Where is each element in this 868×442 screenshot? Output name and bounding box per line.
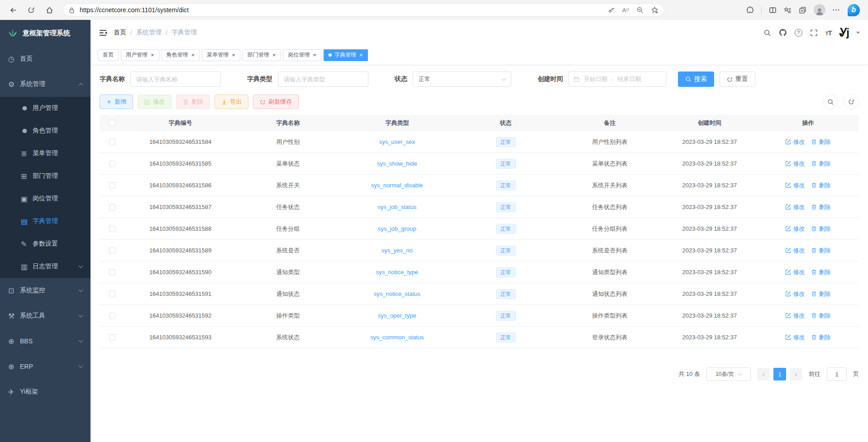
- date-range-picker[interactable]: 开始日期 - 结束日期: [568, 71, 666, 87]
- tab-close-icon[interactable]: ×: [359, 52, 363, 58]
- tab-close-icon[interactable]: ×: [232, 52, 235, 58]
- tab-close-icon[interactable]: ×: [272, 52, 276, 58]
- refresh-cache-button[interactable]: 刷新缓存: [253, 95, 299, 109]
- help-icon[interactable]: ?: [795, 29, 802, 37]
- edit-button[interactable]: 修改: [138, 95, 172, 109]
- dict-type-link[interactable]: sys_show_hide: [377, 160, 417, 167]
- row-edit-link[interactable]: 修改: [785, 312, 805, 320]
- nav-tab[interactable]: 字典管理 ×: [324, 49, 368, 61]
- dict-type-link[interactable]: sys_oper_type: [378, 312, 416, 319]
- nav-tab[interactable]: 菜单管理 ×: [202, 49, 240, 61]
- current-page-button[interactable]: 1: [773, 368, 786, 380]
- tab-close-icon[interactable]: ×: [313, 52, 316, 58]
- bing-chat-icon[interactable]: b: [848, 4, 860, 16]
- fullscreen-icon[interactable]: [810, 29, 818, 37]
- zoom-out-icon[interactable]: [636, 6, 644, 14]
- row-checkbox[interactable]: [109, 139, 115, 145]
- select-all-checkbox[interactable]: [109, 120, 115, 126]
- header-search-icon[interactable]: [763, 29, 771, 37]
- prev-page-button[interactable]: ‹: [757, 368, 770, 380]
- row-checkbox[interactable]: [109, 313, 115, 319]
- tab-close-icon[interactable]: ×: [151, 52, 154, 58]
- dict-type-link[interactable]: sys_job_group: [378, 225, 416, 232]
- row-checkbox[interactable]: [109, 204, 115, 210]
- row-edit-link[interactable]: 修改: [785, 181, 805, 190]
- dict-type-link[interactable]: sys_common_status: [370, 334, 424, 341]
- row-delete-link[interactable]: 删除: [811, 225, 830, 233]
- row-edit-link[interactable]: 修改: [785, 225, 805, 233]
- dict-type-input[interactable]: [278, 71, 368, 87]
- sidebar-collapse-icon[interactable]: [99, 29, 107, 37]
- row-edit-link[interactable]: 修改: [785, 333, 805, 342]
- tab-close-icon[interactable]: ×: [191, 52, 195, 58]
- dict-type-link[interactable]: sys_user_sex: [379, 138, 415, 145]
- sidebar-item[interactable]: ⚙ 系统管理: [0, 71, 91, 97]
- row-delete-link[interactable]: 删除: [811, 160, 830, 168]
- search-button[interactable]: 搜索: [678, 71, 714, 87]
- read-aloud-icon[interactable]: A⁾⁾: [622, 7, 629, 14]
- sidebar-item[interactable]: ◷ 首页: [0, 46, 91, 71]
- row-edit-link[interactable]: 修改: [785, 290, 805, 298]
- row-delete-link[interactable]: 删除: [811, 138, 830, 146]
- row-delete-link[interactable]: 删除: [811, 181, 830, 190]
- row-delete-link[interactable]: 删除: [811, 333, 830, 342]
- sidebar-item[interactable]: ✈ Yi框架: [0, 379, 91, 404]
- sidebar-item[interactable]: ▤ 字典管理: [0, 210, 91, 233]
- github-icon[interactable]: [779, 29, 787, 37]
- split-screen-icon[interactable]: [769, 6, 777, 14]
- user-avatar[interactable]: Ꮍj: [839, 27, 849, 38]
- row-delete-link[interactable]: 删除: [811, 290, 830, 298]
- browser-back-button[interactable]: [6, 3, 20, 17]
- sidebar-item[interactable]: ⊡ 系统监控: [0, 278, 91, 303]
- next-page-button[interactable]: ›: [790, 368, 802, 380]
- user-menu-caret-icon[interactable]: [856, 32, 860, 34]
- breadcrumb-home[interactable]: 首页: [114, 29, 126, 37]
- row-edit-link[interactable]: 修改: [785, 268, 805, 276]
- row-checkbox[interactable]: [109, 247, 115, 254]
- favorites-icon[interactable]: [784, 6, 792, 14]
- row-delete-link[interactable]: 删除: [811, 312, 830, 320]
- dict-type-link[interactable]: sys_notice_type: [376, 269, 418, 276]
- end-date-placeholder[interactable]: 结束日期: [617, 75, 641, 83]
- row-checkbox[interactable]: [109, 334, 115, 341]
- row-edit-link[interactable]: 修改: [785, 203, 805, 211]
- sidebar-item[interactable]: ⊞ 部门管理: [0, 165, 91, 187]
- sidebar-item[interactable]: ☻ 角色管理: [0, 119, 91, 142]
- extensions-puzzle-icon[interactable]: [746, 6, 754, 14]
- sidebar-item[interactable]: ≣ 菜单管理: [0, 142, 91, 165]
- row-checkbox[interactable]: [109, 291, 115, 297]
- reset-button[interactable]: 重置: [720, 71, 755, 87]
- sidebar-item[interactable]: ▣ 岗位管理: [0, 187, 91, 210]
- start-date-placeholder[interactable]: 开始日期: [584, 75, 607, 83]
- nav-tab[interactable]: 首页 ×: [98, 49, 119, 61]
- url-text[interactable]: https://ccnetcore.com:1101/system/dict: [80, 6, 603, 14]
- sidebar-item[interactable]: ☻ 用户管理: [0, 97, 91, 119]
- collections-icon[interactable]: [799, 6, 806, 14]
- show-search-toggle-button[interactable]: [823, 94, 838, 109]
- breadcrumb-system[interactable]: 系统管理: [136, 29, 162, 37]
- nav-tab[interactable]: 角色管理 ×: [162, 49, 200, 61]
- dict-type-link[interactable]: sys_normal_disable: [371, 182, 423, 189]
- address-bar[interactable]: https://ccnetcore.com:1101/system/dict A…: [62, 3, 664, 17]
- row-checkbox[interactable]: [109, 269, 115, 276]
- nav-tab[interactable]: 部门管理 ×: [243, 49, 281, 61]
- password-key-icon[interactable]: [608, 6, 615, 14]
- dict-type-link[interactable]: sys_notice_status: [374, 290, 420, 297]
- goto-page-input[interactable]: [827, 367, 847, 381]
- dict-type-link[interactable]: sys_yes_no: [382, 247, 413, 254]
- sidebar-item[interactable]: ✎ 参数设置: [0, 233, 91, 255]
- row-edit-link[interactable]: 修改: [785, 138, 805, 146]
- row-delete-link[interactable]: 删除: [811, 203, 830, 211]
- row-checkbox[interactable]: [109, 182, 115, 189]
- browser-profile-avatar[interactable]: [814, 4, 825, 16]
- row-delete-link[interactable]: 删除: [811, 268, 830, 276]
- add-favorite-star-icon[interactable]: [651, 6, 658, 14]
- browser-settings-menu-icon[interactable]: ···: [833, 6, 840, 14]
- dict-type-link[interactable]: sys_job_status: [377, 204, 416, 210]
- row-edit-link[interactable]: 修改: [785, 160, 805, 168]
- row-edit-link[interactable]: 修改: [785, 247, 805, 255]
- sidebar-item[interactable]: ⊕ BBS: [0, 328, 91, 354]
- browser-refresh-button[interactable]: [24, 3, 38, 17]
- font-size-icon[interactable]: TT: [825, 29, 832, 37]
- sidebar-item[interactable]: ▥ 日志管理: [0, 255, 91, 278]
